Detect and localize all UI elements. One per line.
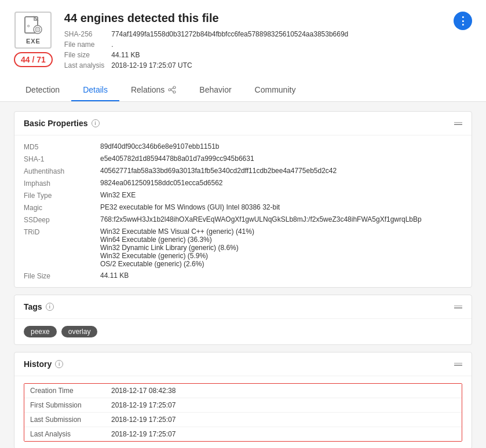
svg-line-7 [171,88,173,90]
tag-peexe[interactable]: peexe [24,326,57,337]
prop-value-filetype: Win32 EXE [100,191,462,200]
prop-value-trid: Win32 Executable MS Visual C++ (generic)… [100,227,462,268]
exe-file-svg: ⚙ [23,16,43,36]
prop-value-filesize: 44.11 KB [100,271,462,280]
tags-area: peexe overlay [14,319,472,344]
prop-label-sha1: SHA-1 [24,155,93,163]
file-icon-wrapper: ⚙ EXE 44 / 71 [14,12,53,67]
hist-value-2: 2018-12-19 17:25:07 [105,413,462,427]
basic-properties-collapse[interactable] [454,122,462,125]
prop-label-md5: MD5 [24,142,93,151]
filesize-value: 44.11 KB [111,50,472,60]
prop-label-filetype: File Type [24,191,93,200]
hist-value-1: 2018-12-19 17:25:07 [105,398,462,413]
tab-detection[interactable]: Detection [14,79,71,101]
basic-properties-card: Basic Properties i MD5 89df40df90cc346b6… [14,111,472,288]
history-info-icon[interactable]: i [55,360,63,368]
prop-label-filesize: File Size [24,271,93,280]
prop-value-ssdeep: 768:f2x5wwH3Jx1b2l48ihOXaREvEqWAOgXf1gwU… [100,215,462,224]
filename-label: File name [64,40,104,49]
svg-point-4 [169,89,171,91]
tab-behavior[interactable]: Behavior [188,79,243,101]
tags-header: Tags i [14,295,472,319]
content-area: Basic Properties i MD5 89df40df90cc346b6… [0,102,486,448]
hist-value-3: 2018-12-19 17:25:07 [105,427,462,441]
prop-label-authentihash: Authentihash [24,167,93,175]
detection-badge: 44 / 71 [14,52,53,67]
basic-properties-title: Basic Properties i [24,119,100,128]
filesize-label: File size [64,50,104,60]
exe-label: EXE [26,38,41,45]
prop-value-md5: 89df40df90cc346b6e8e9107ebb1151b [100,142,462,151]
tab-community[interactable]: Community [243,79,308,101]
filename-value: . [111,40,472,49]
page-wrapper: ⚙ EXE 44 / 71 44 engines detected this f… [0,0,486,448]
header-info: 44 engines detected this file SHA-256 77… [64,12,472,70]
hist-label-3: Last Analysis [24,427,105,441]
lastanalysis-value: 2018-12-19 17:25:07 UTC [111,61,472,70]
header-section: ⚙ EXE 44 / 71 44 engines detected this f… [0,0,486,102]
svg-point-2 [35,27,40,32]
hist-label-2: Last Submission [24,413,105,427]
svg-point-5 [173,86,176,89]
prop-value-sha1: e5e405782d1d8594478b8a01d7a999cc945b6631 [100,155,462,163]
meta-table: SHA-256 774af1499fa1558d0b31272b84b4fbbf… [64,30,472,70]
more-options-button[interactable]: ⋮ [454,12,472,30]
basic-properties-header: Basic Properties i [14,112,472,135]
history-header: History i [14,352,472,376]
prop-label-magic: Magic [24,203,93,212]
lastanalysis-label: Last analysis [64,61,104,70]
history-table: Creation Time 2018-12-17 08:42:38 First … [24,383,462,442]
tab-relations[interactable]: Relations [119,79,188,101]
prop-value-authentihash: 40562771fab58a33bd69a3013fa1fb5e340cd2df… [100,167,462,175]
tab-details[interactable]: Details [71,79,119,101]
header-title: 44 engines detected this file [64,12,472,25]
hist-label-1: First Submission [24,398,105,413]
history-collapse[interactable] [454,363,462,366]
file-icon: ⚙ EXE [14,12,52,49]
tags-info-icon[interactable]: i [46,303,54,311]
history-title: History i [24,359,63,369]
hist-value-0: 2018-12-17 08:42:38 [105,384,462,398]
tags-title: Tags i [24,302,54,311]
tags-card: Tags i peexe overlay [14,295,472,345]
hist-label-0: Creation Time [24,384,105,398]
prop-label-ssdeep: SSDeep [24,215,93,224]
history-area: Creation Time 2018-12-17 08:42:38 First … [14,376,472,448]
svg-line-8 [171,90,173,92]
basic-properties-info-icon[interactable]: i [92,119,100,127]
header-top: ⚙ EXE 44 / 71 44 engines detected this f… [14,12,472,70]
tabs-bar: Detection Details Relations Behavior Co [14,79,472,101]
relations-icon [168,86,176,94]
prop-label-imphash: Imphash [24,179,93,188]
prop-label-trid: TRiD [24,227,93,268]
sha256-label: SHA-256 [64,30,104,39]
svg-text:⚙: ⚙ [27,24,30,28]
sha256-value: 774af1499fa1558d0b31272b84b4fbbfcc6fea57… [111,30,472,39]
tags-collapse[interactable] [454,306,462,309]
svg-point-6 [173,91,176,93]
prop-value-imphash: 9824ea0612509158ddc051ecca5d6562 [100,179,462,188]
history-card: History i Creation Time 2018-12-17 08:42… [14,352,472,448]
tag-overlay[interactable]: overlay [61,326,98,337]
basic-properties-table: MD5 89df40df90cc346b6e8e9107ebb1151b SHA… [14,135,472,287]
prop-value-magic: PE32 executable for MS Windows (GUI) Int… [100,203,462,212]
